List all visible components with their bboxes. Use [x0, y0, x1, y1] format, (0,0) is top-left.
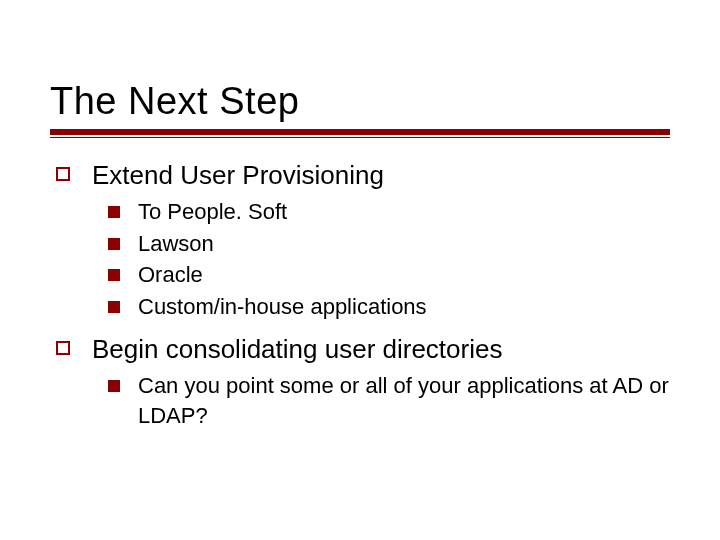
bullet-lvl2: Custom/in-house applications — [108, 292, 670, 322]
title-rule-thick — [50, 129, 670, 135]
bullet-lvl2: Lawson — [108, 229, 670, 259]
bullet-group-0: Extend User Provisioning To People. Soft… — [50, 158, 670, 322]
slide: The Next Step Extend User Provisioning T… — [0, 0, 720, 540]
bullet-lvl1: Extend User Provisioning — [56, 158, 670, 193]
bullet-lvl2: To People. Soft — [108, 197, 670, 227]
slide-title: The Next Step — [50, 80, 670, 123]
bullet-lvl2: Oracle — [108, 260, 670, 290]
bullet-lvl2: Can you point some or all of your applic… — [108, 371, 670, 430]
bullet-lvl1: Begin consolidating user directories — [56, 332, 670, 367]
bullet-group-1: Begin consolidating user directories Can… — [50, 332, 670, 430]
title-rule-thin — [50, 137, 670, 138]
